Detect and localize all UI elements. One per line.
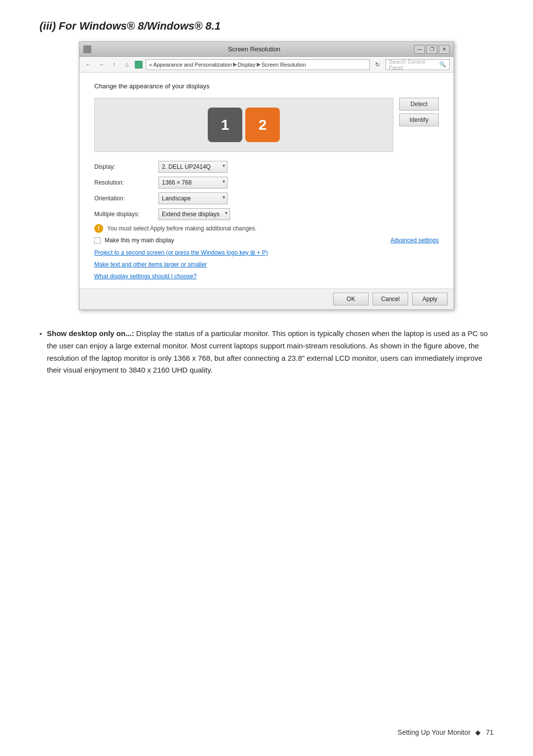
orientation-select-wrapper[interactable]: Landscape	[158, 192, 228, 204]
titlebar-app-icon	[83, 45, 91, 53]
link-row-2: Make text and other items larger or smal…	[94, 260, 439, 268]
display-row: Display: 2. DELL UP2414Q	[94, 161, 439, 173]
section-heading: (iii) For Windows® 8/Windows® 8.1	[39, 20, 494, 33]
resolution-select[interactable]: 1366 × 768	[158, 177, 228, 189]
close-button[interactable]: ✕	[439, 45, 450, 54]
content-heading: Change the appearance of your displays	[94, 82, 439, 90]
page-footer: Setting Up Your Monitor ◆ 71	[398, 728, 494, 736]
search-icon: 🔍	[439, 61, 446, 68]
screen-resolution-dialog: Screen Resolution — ❐ ✕ ← → ↑ ⌂ « Appear…	[79, 41, 454, 310]
address-path[interactable]: « Appearance and Personalization ▶ Displ…	[146, 59, 370, 70]
address-bar: ← → ↑ ⌂ « Appearance and Personalization…	[79, 57, 454, 73]
display-select-wrapper[interactable]: 2. DELL UP2414Q	[158, 161, 228, 173]
apply-button[interactable]: Apply	[412, 293, 448, 305]
display-settings-link[interactable]: What display settings should I choose?	[94, 273, 196, 280]
warning-text: You must select Apply before making addi…	[107, 225, 257, 232]
cancel-button[interactable]: Cancel	[373, 293, 408, 305]
path-part-3: Screen Resolution	[262, 62, 306, 68]
display-select[interactable]: 2. DELL UP2414Q	[158, 161, 228, 173]
main-display-label: Make this my main display	[105, 237, 174, 244]
dialog-footer: OK Cancel Apply	[79, 288, 454, 309]
search-placeholder: Search Control Panel	[389, 59, 437, 71]
link-row-1: Project to a second screen (or press the…	[94, 248, 439, 257]
search-box[interactable]: Search Control Panel 🔍	[385, 59, 450, 70]
footer-right: 71	[486, 728, 494, 736]
detect-button[interactable]: Detect	[399, 98, 439, 111]
dialog-content: Change the appearance of your displays 1…	[79, 73, 454, 288]
bullet-bold-text: Show desktop only on...:	[47, 329, 134, 338]
detect-identify-buttons: Detect Identify	[399, 98, 439, 126]
project-screen-link[interactable]: Project to a second screen (or press the…	[94, 249, 268, 256]
multiple-displays-select[interactable]: Extend these displays	[158, 208, 230, 220]
dialog-title: Screen Resolution	[94, 45, 414, 53]
orientation-select[interactable]: Landscape	[158, 192, 228, 204]
warning-icon: !	[94, 224, 103, 233]
resolution-row: Resolution: 1366 × 768	[94, 177, 439, 189]
path-part-1: « Appearance and Personalization	[149, 62, 232, 68]
up-button[interactable]: ↑	[109, 60, 119, 70]
path-sep-2: ▶	[257, 61, 261, 68]
dialog-titlebar: Screen Resolution — ❐ ✕	[79, 42, 454, 57]
advanced-settings-link[interactable]: Advanced settings	[390, 237, 439, 244]
text-size-link[interactable]: Make text and other items larger or smal…	[94, 261, 207, 268]
monitor-1-icon: 1	[208, 108, 242, 142]
ok-button[interactable]: OK	[333, 293, 369, 305]
footer-separator: ◆	[475, 728, 481, 736]
address-icon	[135, 61, 143, 69]
bullet-item: ▪ Show desktop only on...: Display the s…	[39, 328, 494, 377]
refresh-button[interactable]: ↻	[373, 60, 382, 70]
warning-row: ! You must select Apply before making ad…	[94, 224, 439, 233]
identify-button[interactable]: Identify	[399, 113, 439, 126]
path-part-2: Display	[238, 62, 256, 68]
multiple-displays-select-wrapper[interactable]: Extend these displays	[158, 208, 230, 220]
restore-button[interactable]: ❐	[426, 45, 437, 54]
display-label: Display:	[94, 163, 158, 170]
resolution-select-wrapper[interactable]: 1366 × 768	[158, 177, 228, 189]
multiple-displays-row: Multiple displays: Extend these displays	[94, 208, 439, 220]
path-sep-1: ▶	[233, 61, 237, 68]
footer-left: Setting Up Your Monitor	[398, 728, 471, 736]
bullet-marker: ▪	[39, 328, 42, 377]
titlebar-controls: — ❐ ✕	[414, 45, 450, 54]
orientation-label: Orientation:	[94, 195, 158, 202]
bullet-section: ▪ Show desktop only on...: Display the s…	[39, 328, 494, 377]
orientation-row: Orientation: Landscape	[94, 192, 439, 204]
bullet-content: Show desktop only on...: Display the sta…	[47, 328, 494, 377]
forward-button[interactable]: →	[96, 60, 106, 70]
main-display-checkbox[interactable]	[94, 237, 101, 244]
minimize-button[interactable]: —	[414, 45, 425, 54]
main-display-row: Make this my main display Advanced setti…	[94, 237, 439, 244]
back-button[interactable]: ←	[83, 60, 93, 70]
home-button[interactable]: ⌂	[122, 60, 132, 70]
multiple-displays-label: Multiple displays:	[94, 211, 158, 218]
resolution-label: Resolution:	[94, 179, 158, 186]
link-row-3: What display settings should I choose?	[94, 271, 439, 280]
monitor-2-icon: 2	[245, 108, 280, 142]
monitor-area: 1 2 Detect Identify	[94, 98, 439, 152]
monitors-visual: 1 2	[94, 98, 393, 152]
